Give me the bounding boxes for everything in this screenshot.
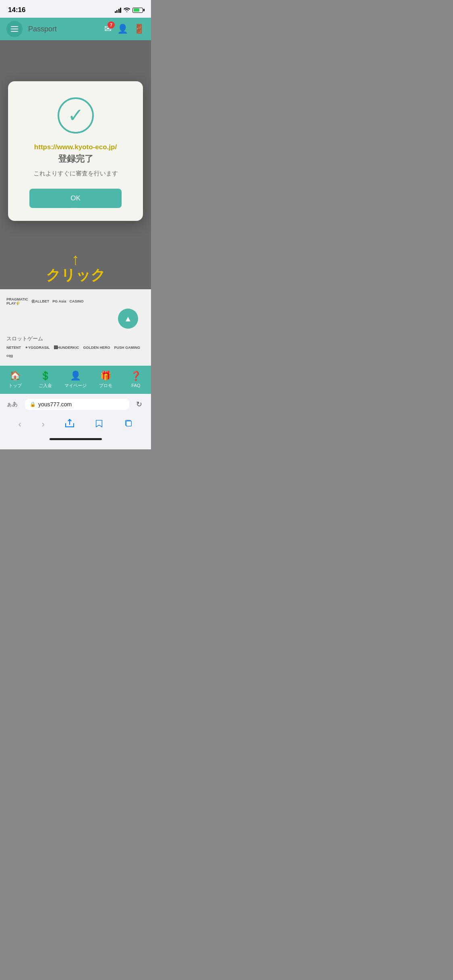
annotation-area: ↑ クリック [0, 249, 151, 289]
header-title: Passport [28, 25, 104, 33]
menu-button[interactable] [6, 21, 23, 37]
browser-nav-bar: ‹ › [0, 415, 151, 436]
mail-badge: 7 [108, 21, 115, 29]
click-label: クリック [46, 266, 105, 285]
brand-pgasia: PG Asia [52, 299, 66, 303]
success-dialog: ✓ https://www.kyoto-eco.jp/ 登録完了 これよりすぐに… [8, 81, 143, 221]
tabs-button[interactable] [124, 418, 133, 430]
signal-icon [115, 7, 122, 13]
brand-pragmatic: PRAGMATICPLAY🌾 [6, 297, 28, 305]
nav-faq-label: FAQ [131, 383, 140, 388]
section-label: スロットゲーム [6, 333, 145, 344]
user-icon[interactable]: 👤 [117, 24, 128, 34]
mail-button[interactable]: ✉ 7 [104, 24, 112, 34]
nav-promo[interactable]: 🎁 プロモ [91, 371, 121, 389]
wifi-icon [124, 7, 130, 13]
brand-yggdrasil: ✴YGGDRASIL [25, 346, 50, 350]
brand-allbet: 佐ALLBET [31, 299, 50, 304]
nav-promo-label: プロモ [99, 383, 112, 389]
home-bar [50, 438, 102, 440]
brand-casino: CASINO [70, 299, 84, 303]
status-icons [115, 7, 143, 13]
gift-icon: 🎁 [100, 371, 111, 381]
svg-rect-1 [126, 421, 131, 426]
scroll-top-wrapper: ▲ [6, 309, 145, 333]
url-text: https://www.kyoto-eco.jp/ [18, 143, 133, 151]
forward-button[interactable]: › [42, 419, 45, 430]
nav-deposit-label: ご入金 [39, 383, 52, 389]
status-time: 14:16 [8, 6, 25, 14]
brand-logos-row2: NETENT ✴YGGDRASIL 🅷HUNDERKIC GOLDEN HERO… [6, 344, 145, 361]
bottom-navigation: 🏠 トップ 💲 ご入金 👤 マイページ 🎁 プロモ ❓ FAQ [0, 366, 151, 394]
url-bar[interactable]: 🔒 yous777.com [25, 399, 129, 410]
person-icon: 👤 [70, 371, 81, 381]
brand-goldenhero: GOLDEN HERO [83, 346, 110, 350]
brand-hunderkic: 🅷HUNDERKIC [54, 346, 79, 350]
nav-top-label: トップ [8, 383, 22, 389]
login-icon[interactable]: 🚪 [134, 24, 145, 34]
check-circle: ✓ [58, 97, 94, 134]
question-icon: ❓ [130, 371, 141, 381]
dialog-message: これよりすぐに審査を行います [18, 170, 133, 177]
browser-address-bar: ぁあ 🔒 yous777.com ↻ [0, 394, 151, 415]
lock-icon: 🔒 [30, 401, 36, 407]
url-display: yous777.com [38, 401, 72, 408]
brand-logos-row1: PRAGMATICPLAY🌾 佐ALLBET PG Asia CASINO [6, 294, 145, 309]
dialog-title: 登録完了 [18, 153, 133, 165]
nav-top[interactable]: 🏠 トップ [0, 371, 30, 389]
scroll-top-button[interactable]: ▲ [118, 309, 138, 329]
status-bar: 14:16 [0, 0, 151, 18]
nav-deposit[interactable]: 💲 ご入金 [30, 371, 60, 389]
brand-netent: NETENT [6, 346, 21, 350]
hamburger-icon [11, 26, 18, 32]
nav-faq[interactable]: ❓ FAQ [121, 371, 151, 388]
battery-icon [132, 8, 143, 13]
modal-overlay: ✓ https://www.kyoto-eco.jp/ 登録完了 これよりすぐに… [0, 40, 151, 249]
home-icon: 🏠 [10, 371, 21, 381]
reload-button[interactable]: ↻ [133, 400, 145, 409]
brand-cqg: cqg [6, 354, 13, 358]
header-icons: ✉ 7 👤 🚪 [104, 24, 145, 34]
bookmarks-button[interactable] [95, 418, 103, 430]
home-indicator [0, 436, 151, 449]
checkmark-icon: ✓ [68, 106, 84, 125]
app-header: Passport ✉ 7 👤 🚪 [0, 18, 151, 40]
nav-mypage[interactable]: 👤 マイページ [60, 371, 91, 389]
nav-mypage-label: マイページ [64, 383, 87, 389]
back-button[interactable]: ‹ [18, 419, 21, 430]
background-content: PRAGMATICPLAY🌾 佐ALLBET PG Asia CASINO ▲ … [0, 289, 151, 366]
arrow-up-icon: ↑ [72, 251, 80, 267]
share-button[interactable] [65, 418, 74, 430]
brand-pushgaming: PUSH GAMING [114, 346, 141, 350]
keyboard-lang-btn[interactable]: ぁあ [6, 401, 21, 408]
ok-button[interactable]: OK [29, 189, 122, 208]
dollar-icon: 💲 [40, 371, 51, 381]
